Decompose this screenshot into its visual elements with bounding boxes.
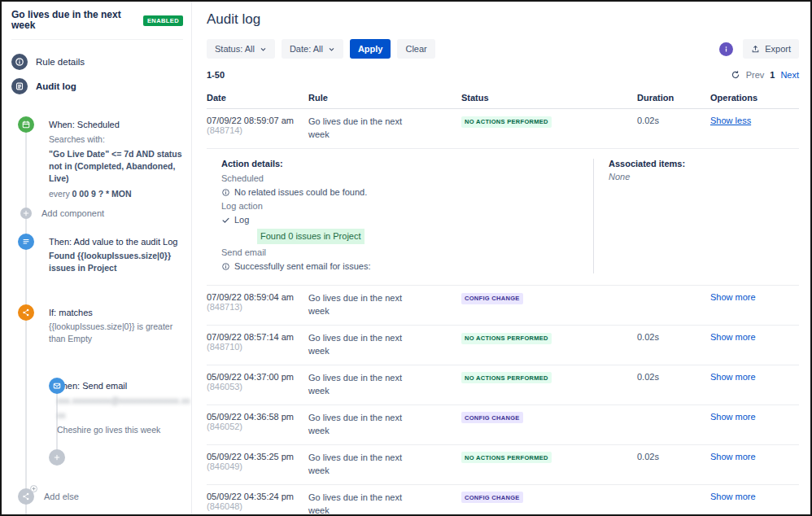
- row-duration: 0.02s: [637, 372, 710, 382]
- detail-text: No related issues could be found.: [234, 186, 367, 199]
- show-toggle-link[interactable]: Show more: [710, 292, 756, 302]
- table-row: 07/09/22 08:59:07 am (848714)Go lives du…: [207, 109, 799, 149]
- show-toggle-link[interactable]: Show more: [710, 372, 756, 382]
- next-button[interactable]: Next: [780, 70, 799, 80]
- row-operations: Show more: [710, 412, 799, 422]
- associated-items-value: None: [609, 172, 685, 181]
- apply-button[interactable]: Apply: [350, 39, 391, 59]
- detail-text: Log action: [221, 199, 263, 213]
- row-operations: Show more: [710, 372, 799, 382]
- rule-component-then-send-email[interactable]: Then: Send emailxxx.xxxxxxxxx@xxxxxxxxxx…: [11, 378, 183, 436]
- branch-plus-icon: [18, 488, 34, 505]
- detail-line: Log: [221, 213, 593, 227]
- column-header-rule: Rule: [308, 93, 461, 103]
- associated-items-section: Associated items:None: [594, 159, 685, 273]
- add-button-label: Add else: [44, 492, 79, 501]
- component-title: When: Scheduled: [49, 116, 183, 130]
- execution-id: (846052): [207, 422, 242, 431]
- table-row: 05/09/22 04:35:24 pm (846048)Go lives du…: [207, 485, 799, 514]
- plus-icon: [20, 208, 32, 219]
- row-date: 05/09/22 04:37:00 pm (846053): [207, 372, 308, 391]
- row-date: 07/09/22 08:59:04 am (848713): [207, 292, 308, 312]
- table-row: 05/09/22 04:37:00 pm (846053)Go lives du…: [207, 365, 799, 405]
- row-operations: Show less: [710, 116, 799, 125]
- component-description: "Go Live Date" <= 7d AND status not in (…: [49, 148, 183, 186]
- timestamp: 05/09/22 04:35:24 pm: [207, 492, 294, 501]
- clear-button[interactable]: Clear: [397, 39, 434, 59]
- rule-component-if-matches[interactable]: If: matches{{lookupIssues.size|0}} is gr…: [11, 304, 183, 346]
- add-component-button[interactable]: Add component: [11, 208, 183, 219]
- rule-title: Go lives due in the next week: [11, 10, 138, 31]
- enabled-badge: ENABLED: [143, 15, 183, 26]
- plus-icon[interactable]: [49, 449, 65, 466]
- rule-component-then-add-value-to-the-audit-log[interactable]: Then: Add value to the audit LogFound {{…: [11, 234, 183, 275]
- execution-detail-panel: Action details:ScheduledNo related issue…: [207, 149, 799, 286]
- status-filter-dropdown[interactable]: Status: All: [207, 39, 275, 59]
- sidebar-item-rule-details[interactable]: Rule details: [11, 50, 183, 74]
- description-text: every: [49, 189, 72, 199]
- rule-component-when-scheduled[interactable]: When: ScheduledSearches with:"Go Live Da…: [11, 116, 183, 199]
- show-toggle-link[interactable]: Show more: [710, 332, 756, 342]
- add-else-button[interactable]: Add else: [11, 488, 183, 505]
- automation-rule-window: Go lives due in the next week ENABLED Ru…: [0, 0, 812, 516]
- action-details-section: Action details:ScheduledNo related issue…: [207, 159, 594, 273]
- date-filter-dropdown[interactable]: Date: All: [282, 39, 343, 59]
- table-row: 07/09/22 08:57:14 am (848710)Go lives du…: [207, 326, 799, 365]
- show-toggle-link[interactable]: Show more: [710, 492, 756, 501]
- info-icon[interactable]: [719, 42, 733, 56]
- results-meta: 1-50 Prev 1 Next: [207, 70, 799, 80]
- timestamp: 05/09/22 04:36:58 pm: [207, 412, 294, 422]
- timestamp: 07/09/22 08:59:04 am: [207, 292, 294, 302]
- show-toggle-link[interactable]: Show more: [710, 412, 756, 422]
- current-page: 1: [770, 70, 775, 80]
- associated-items-heading: Associated items:: [609, 159, 685, 168]
- audit-table-body: 07/09/22 08:59:07 am (848714)Go lives du…: [207, 109, 799, 514]
- refresh-icon[interactable]: [731, 70, 740, 80]
- add-action-row: [11, 449, 183, 466]
- nested-branch: Then: Send emailxxx.xxxxxxxxx@xxxxxxxxxx…: [11, 378, 183, 466]
- row-operations: Show more: [710, 452, 799, 461]
- sidebar-item-audit-log[interactable]: Audit log: [11, 74, 183, 98]
- component-description: Cheshire go lives this week: [57, 424, 183, 436]
- detail-text: Log: [234, 213, 249, 227]
- rule-sidebar: Go lives due in the next week ENABLED Ru…: [2, 2, 192, 514]
- table-row: 05/09/22 04:35:25 pm (846049)Go lives du…: [207, 445, 799, 485]
- chevron-down-icon: [328, 46, 335, 53]
- rule-header: Go lives due in the next week ENABLED: [11, 10, 183, 40]
- execution-id: (848710): [207, 342, 242, 352]
- description-text: "Go Live Date" <= 7d AND status not in (…: [49, 149, 182, 183]
- audit-log-panel: Audit log Status: All Date: All Apply Cl…: [192, 2, 810, 514]
- row-status: NO ACTIONS PERFORMED: [461, 116, 637, 128]
- description-text: xxx.xxxxxxxxx@xxxxxxxxxxxxxx.xx: [57, 396, 190, 405]
- status-filter-label: Status: All: [215, 44, 255, 54]
- export-label: Export: [765, 44, 791, 54]
- component-title: Then: Add value to the audit Log: [49, 234, 183, 247]
- calendar-icon: [18, 116, 34, 133]
- show-toggle-link[interactable]: Show more: [710, 452, 756, 461]
- export-button[interactable]: Export: [743, 39, 799, 59]
- column-header-date: Date: [207, 93, 308, 103]
- row-duration: 0.02s: [637, 116, 710, 125]
- row-rule: Go lives due in the next week: [308, 372, 414, 398]
- row-rule: Go lives due in the next week: [308, 452, 414, 478]
- description-text: {{lookupIssues.size|0}} is greater than …: [49, 321, 172, 343]
- result-range: 1-50: [207, 70, 225, 80]
- row-rule: Go lives due in the next week: [308, 332, 414, 358]
- chevron-down-icon: [260, 46, 267, 53]
- prev-button[interactable]: Prev: [746, 70, 765, 80]
- column-header-operations: Operations: [710, 93, 799, 103]
- show-toggle-link[interactable]: Show less: [710, 116, 751, 125]
- description-text: 0 00 9 ? * MON: [72, 189, 132, 199]
- row-status: CONFIG CHANGE: [461, 492, 637, 504]
- timestamp: 05/09/22 04:35:25 pm: [207, 452, 294, 461]
- sidebar-item-label: Audit log: [36, 81, 76, 91]
- pagination: Prev 1 Next: [731, 70, 799, 80]
- action-details-heading: Action details:: [221, 159, 593, 168]
- component-description: Searches with:: [49, 133, 183, 146]
- audit-log-table: Date Rule Status Duration Operations 07/…: [207, 90, 799, 514]
- row-date: 07/09/22 08:59:07 am (848714): [207, 116, 308, 135]
- status-badge: NO ACTIONS PERFORMED: [461, 116, 552, 128]
- component-description: xx: [57, 409, 183, 422]
- detail-text: Send email: [221, 246, 266, 260]
- row-date: 05/09/22 04:36:58 pm (846052): [207, 412, 308, 431]
